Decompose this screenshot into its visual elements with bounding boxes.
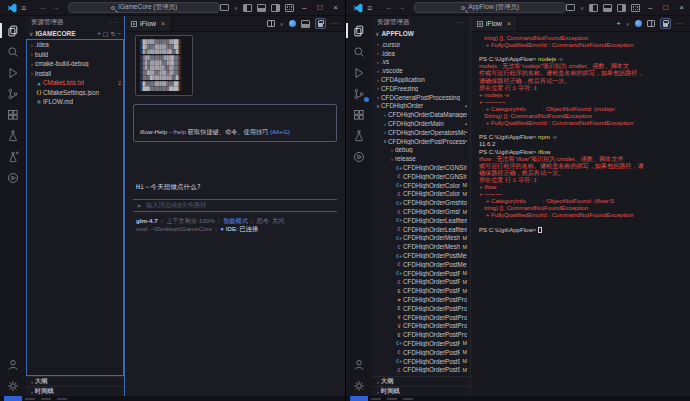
tree-row[interactable]: CCFDHighOrderMeshRender...M bbox=[372, 242, 470, 251]
run-debug-icon[interactable] bbox=[346, 62, 372, 83]
remote-window-icon[interactable] bbox=[220, 4, 229, 11]
tree-row[interactable]: C+CFDHighOrderPostPressingT...M bbox=[372, 269, 470, 278]
testing-icon[interactable] bbox=[0, 125, 26, 146]
explorer-icon[interactable] bbox=[0, 20, 26, 41]
toggle-secondary-sidebar-icon[interactable] bbox=[271, 4, 280, 12]
run-debug-icon[interactable] bbox=[0, 62, 26, 83]
tree-row[interactable]: ›install bbox=[26, 69, 124, 79]
extensions-icon[interactable] bbox=[0, 104, 26, 125]
search-icon[interactable] bbox=[346, 41, 372, 62]
close-icon[interactable]: × bbox=[330, 0, 341, 16]
accounts-icon[interactable] bbox=[346, 354, 372, 375]
tree-row[interactable]: ECFDHighOrderPostProcessin...M bbox=[372, 286, 470, 295]
toggle-panel-icon[interactable] bbox=[257, 4, 266, 12]
tree-row[interactable]: CCFDHighOrderPostSigCent...M bbox=[372, 365, 470, 374]
powershell-terminal[interactable]: tring) [], CommandNotFoundException + Fu… bbox=[471, 32, 690, 396]
tree-row[interactable]: ›release bbox=[372, 154, 470, 163]
status-bar[interactable] bbox=[0, 396, 345, 401]
tree-row[interactable]: C+CFDHighOrderLeafItem.cpp bbox=[372, 216, 470, 225]
project-section-header[interactable]: ∨ APPFLOW bbox=[372, 28, 470, 39]
chevron-down-icon[interactable]: ∨ bbox=[580, 5, 584, 11]
tree-row[interactable]: C+CFDHighOrderMeshRender...M bbox=[372, 234, 470, 243]
more-actions-icon[interactable]: ··· bbox=[331, 20, 341, 27]
tree-row[interactable]: C+CFDHighOrderPostSigCent...M bbox=[372, 357, 470, 366]
collapse-all-icon[interactable]: − bbox=[117, 30, 121, 37]
tree-row[interactable]: C+CFDHighOrderPostMeshcommon... bbox=[372, 251, 470, 260]
customize-layout-icon[interactable] bbox=[631, 4, 640, 12]
split-editor-icon[interactable] bbox=[267, 20, 275, 27]
close-tab-icon[interactable]: × bbox=[507, 20, 511, 27]
lock-toggle[interactable] bbox=[660, 18, 671, 29]
settings-gear-icon[interactable] bbox=[346, 375, 372, 396]
minimize-icon[interactable]: – bbox=[645, 0, 655, 16]
testing-icon[interactable] bbox=[346, 125, 372, 146]
refresh-icon[interactable]: ↻ bbox=[110, 30, 115, 37]
tree-row[interactable]: ›CFDApplication bbox=[372, 75, 470, 84]
chevron-down-icon[interactable]: ∨ bbox=[234, 5, 238, 11]
test-explorer-icon[interactable] bbox=[0, 146, 26, 167]
tree-row[interactable]: ECFDHighOrderPostProcessing.qtv... bbox=[372, 304, 470, 313]
new-terminal-icon[interactable]: + bbox=[616, 19, 621, 28]
tree-row[interactable]: ∨CFDHighOrderPostProcessing• bbox=[372, 137, 470, 146]
tree-row[interactable]: ›.idea bbox=[372, 49, 470, 58]
menu-icon[interactable]: ≡ bbox=[367, 0, 372, 16]
tree-row[interactable]: CCFDHighOrderPostProperty...M bbox=[372, 348, 470, 357]
tree-row[interactable]: ›CFDHighOrderOperatorsModel• bbox=[372, 128, 470, 137]
tree-row[interactable]: ›CFDFreezing bbox=[372, 84, 470, 93]
chevron-down-icon[interactable]: ∨ bbox=[626, 21, 630, 27]
source-control-icon[interactable] bbox=[0, 83, 26, 104]
account-avatar[interactable] bbox=[289, 20, 296, 27]
tree-row[interactable]: ∨CFDHighOrder• bbox=[372, 102, 470, 111]
tree-row[interactable]: C+CFDHighOrderColorManage...M bbox=[372, 181, 470, 190]
explorer-more-actions-icon[interactable]: ··· bbox=[456, 19, 466, 26]
menu-icon[interactable]: ≡ bbox=[21, 0, 26, 16]
timeline-section[interactable]: ›时间线 bbox=[26, 386, 124, 396]
iflow-input[interactable]: > 输入消息或@文件路径 bbox=[133, 199, 337, 212]
accounts-icon[interactable] bbox=[0, 354, 26, 375]
nav-back-forward-icons[interactable]: ←→ bbox=[385, 3, 409, 12]
new-folder-icon[interactable]: ▢ bbox=[103, 30, 109, 37]
command-center-search[interactable]: iGameCore (管理员) bbox=[68, 2, 220, 13]
tree-row[interactable]: CCFDHighOrderPostMeshcommon... bbox=[372, 260, 470, 269]
chevron-down-icon[interactable]: ∨ bbox=[280, 21, 284, 27]
extensions-icon[interactable] bbox=[346, 104, 372, 125]
tree-row[interactable]: ›.idea bbox=[26, 40, 124, 50]
toggle-panel-icon[interactable] bbox=[603, 4, 612, 12]
tree-row[interactable]: ›.cursor bbox=[372, 40, 470, 49]
more-actions-icon[interactable]: ··· bbox=[676, 20, 686, 27]
customize-layout-icon[interactable] bbox=[285, 4, 294, 12]
tree-row[interactable]: C+CFDHighOrderGmshtoVtkReader... bbox=[372, 198, 470, 207]
tree-row[interactable]: ›cmake-build-debug bbox=[26, 59, 124, 69]
tree-row[interactable]: ›build bbox=[26, 50, 124, 60]
tree-row[interactable]: CCFDHighOrderGmshtoVtkReader...M bbox=[372, 207, 470, 216]
tree-row[interactable]: ♥CFDHighOrderPostProcessing.pro bbox=[372, 295, 470, 304]
tree-row[interactable]: ›.vscode bbox=[372, 66, 470, 75]
tree-row[interactable]: ›.vs bbox=[372, 58, 470, 67]
settings-gear-icon[interactable] bbox=[0, 375, 26, 396]
toggle-sidebar-icon[interactable] bbox=[243, 4, 252, 12]
tools-icon[interactable] bbox=[346, 146, 372, 167]
minimize-icon[interactable]: – bbox=[299, 0, 309, 16]
status-bar[interactable] bbox=[346, 396, 690, 401]
command-center-search[interactable]: AppFlow (管理员) bbox=[414, 2, 566, 13]
tab-iflow[interactable]: iFlow × bbox=[125, 16, 172, 31]
tree-row[interactable]: CCFDHighOrderCGNSImporter.h bbox=[372, 172, 470, 181]
tree-row[interactable]: CCFDHighOrderLeafItem.h bbox=[372, 225, 470, 234]
toggle-secondary-sidebar-icon[interactable] bbox=[617, 4, 626, 12]
split-editor-icon[interactable] bbox=[647, 20, 655, 27]
tree-row[interactable]: MIFLOW.md bbox=[26, 97, 124, 107]
tree-row[interactable]: VCFDHighOrderPostProcessing.vcx... bbox=[372, 313, 470, 322]
remote-window-icon[interactable] bbox=[566, 4, 575, 11]
lock-toggle[interactable] bbox=[315, 18, 326, 29]
tree-row[interactable]: CCFDHighOrderPostPressingT...M bbox=[372, 278, 470, 287]
close-tab-icon[interactable]: × bbox=[161, 20, 165, 27]
tree-row[interactable]: ›CFDGeneralPostProcessing bbox=[372, 93, 470, 102]
tree-row[interactable]: ▲CMakeLists.txt2 bbox=[26, 78, 124, 88]
tree-row[interactable]: ECFDHighOrderPostProcessing.vcx... bbox=[372, 330, 470, 339]
tab-iflow[interactable]: iFlow × bbox=[471, 16, 518, 31]
maximize-icon[interactable]: □ bbox=[660, 0, 671, 16]
maximize-icon[interactable]: □ bbox=[314, 0, 325, 16]
tree-row[interactable]: {}CMakeSettings.json bbox=[26, 88, 124, 98]
tree-row[interactable]: C+CFDHighOrderCGNSImporter.cpp bbox=[372, 163, 470, 172]
explorer-more-actions-icon[interactable]: ··· bbox=[110, 19, 120, 26]
